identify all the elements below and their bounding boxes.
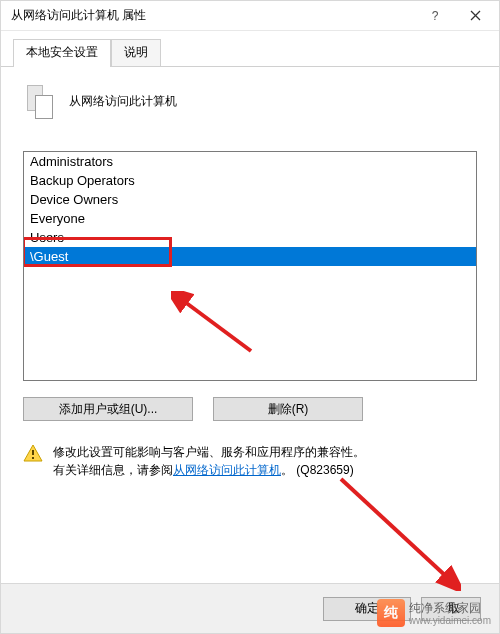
window-title: 从网络访问此计算机 属性 xyxy=(11,7,415,24)
list-item[interactable]: Administrators xyxy=(24,152,476,171)
tab-explain[interactable]: 说明 xyxy=(111,39,161,66)
warning-note: 修改此设置可能影响与客户端、服务和应用程序的兼容性。 有关详细信息，请参阅从网络… xyxy=(23,443,477,479)
tab-local-security[interactable]: 本地安全设置 xyxy=(13,39,111,67)
warning-line2-prefix: 有关详细信息，请参阅 xyxy=(53,463,173,477)
tab-strip: 本地安全设置 说明 xyxy=(1,31,499,67)
list-buttons: 添加用户或组(U)... 删除(R) xyxy=(23,397,477,421)
warning-icon xyxy=(23,443,43,463)
list-item[interactable]: Users xyxy=(24,228,476,247)
warning-link[interactable]: 从网络访问此计算机 xyxy=(173,463,281,477)
dialog-footer: 确定 取 xyxy=(1,583,499,633)
list-item[interactable]: Device Owners xyxy=(24,190,476,209)
titlebar: 从网络访问此计算机 属性 ? xyxy=(1,1,499,31)
warning-text: 修改此设置可能影响与客户端、服务和应用程序的兼容性。 有关详细信息，请参阅从网络… xyxy=(53,443,365,479)
list-item[interactable]: Backup Operators xyxy=(24,171,476,190)
annotation-arrow-2 xyxy=(331,471,461,591)
svg-text:?: ? xyxy=(432,10,439,22)
svg-rect-4 xyxy=(32,450,34,455)
svg-line-7 xyxy=(341,479,449,579)
policy-title: 从网络访问此计算机 xyxy=(69,93,177,110)
tab-content: 从网络访问此计算机 Administrators Backup Operator… xyxy=(1,67,499,479)
list-item[interactable]: Everyone xyxy=(24,209,476,228)
user-list[interactable]: Administrators Backup Operators Device O… xyxy=(23,151,477,381)
warning-line1: 修改此设置可能影响与客户端、服务和应用程序的兼容性。 xyxy=(53,445,365,459)
help-button[interactable]: ? xyxy=(415,2,455,30)
policy-header: 从网络访问此计算机 xyxy=(23,81,477,121)
cancel-button[interactable]: 取 xyxy=(421,597,481,621)
help-icon: ? xyxy=(429,10,441,22)
policy-icon xyxy=(23,81,55,121)
close-icon xyxy=(470,10,481,21)
warning-line2-suffix: 。 (Q823659) xyxy=(281,463,354,477)
add-user-button[interactable]: 添加用户或组(U)... xyxy=(23,397,193,421)
ok-button[interactable]: 确定 xyxy=(323,597,411,621)
list-item-selected[interactable]: \Guest xyxy=(24,247,476,266)
close-button[interactable] xyxy=(455,2,495,30)
delete-button[interactable]: 删除(R) xyxy=(213,397,363,421)
svg-rect-5 xyxy=(32,457,34,459)
